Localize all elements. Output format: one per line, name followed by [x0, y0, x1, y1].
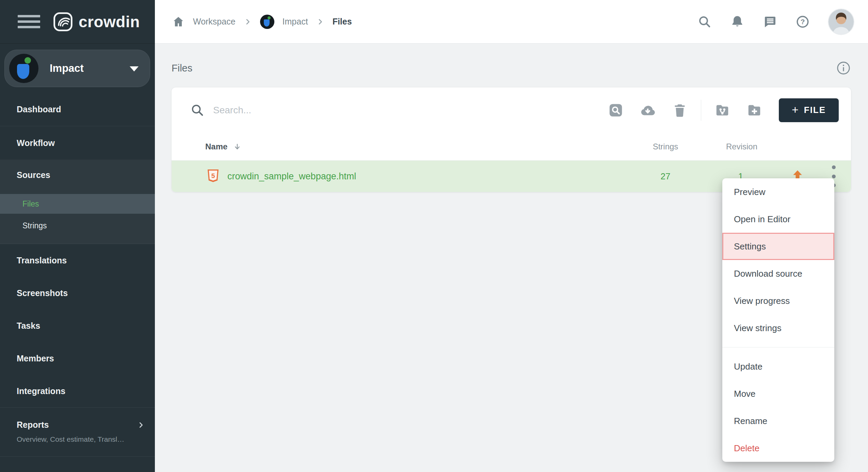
- menu-item-settings[interactable]: Settings: [722, 233, 834, 260]
- chevron-down-icon: [130, 66, 139, 71]
- folder-add-icon[interactable]: [745, 101, 764, 120]
- reports-subtitle: Overview, Cost estimate, Transl…: [17, 435, 145, 443]
- file-preview-search-icon[interactable]: [606, 101, 625, 120]
- folder-branch-icon[interactable]: [713, 101, 732, 120]
- plus-icon: +: [792, 103, 799, 116]
- add-file-button[interactable]: + FILE: [779, 98, 839, 122]
- sidebar-item-reports[interactable]: Reports Overview, Cost estimate, Transl…: [0, 407, 155, 457]
- crowdin-logo[interactable]: crowdin: [53, 12, 140, 32]
- files-toolbar: + FILE: [172, 87, 851, 133]
- menu-item-delete[interactable]: Delete: [722, 435, 834, 462]
- sidebar-nav: Dashboard Workflow Sources Files Strings…: [0, 93, 155, 457]
- column-header-name[interactable]: Name: [205, 142, 242, 151]
- topbar: Workspace Impact Files ?: [155, 0, 868, 44]
- menu-item-move[interactable]: Move: [722, 380, 834, 407]
- menu-item-rename[interactable]: Rename: [722, 407, 834, 435]
- project-switcher[interactable]: Impact: [4, 50, 150, 87]
- page-title: Files: [172, 63, 192, 74]
- sidebar-item-dashboard[interactable]: Dashboard: [0, 93, 155, 126]
- file-name-link[interactable]: crowdin_sample_webpage.html: [227, 171, 356, 182]
- info-icon[interactable]: [837, 61, 850, 75]
- html5-file-icon: 5: [207, 169, 219, 183]
- sidebar-item-files[interactable]: Files: [0, 194, 155, 214]
- project-name: Impact: [50, 62, 84, 75]
- sidebar-item-members[interactable]: Members: [0, 342, 155, 375]
- files-card: + FILE Name Strings Revision 5 crowdin_s…: [172, 87, 851, 192]
- hamburger-menu-icon[interactable]: [18, 15, 40, 28]
- chevron-right-icon: [137, 421, 145, 429]
- project-logo-icon: [9, 54, 38, 83]
- svg-text:?: ?: [801, 18, 805, 26]
- trash-icon[interactable]: [670, 101, 689, 120]
- chevron-right-icon: [316, 18, 324, 26]
- menu-item-view-progress[interactable]: View progress: [722, 287, 834, 314]
- sidebar-item-screenshots[interactable]: Screenshots: [0, 277, 155, 309]
- crowdin-logo-icon: [53, 12, 73, 32]
- chevron-right-icon: [244, 18, 252, 26]
- strings-count[interactable]: 27: [661, 171, 671, 182]
- sidebar-item-strings[interactable]: Strings: [0, 216, 155, 235]
- menu-item-preview[interactable]: Preview: [722, 178, 834, 206]
- column-header-strings: Strings: [653, 142, 678, 151]
- breadcrumb: Workspace Impact Files: [172, 15, 352, 29]
- column-header-revision: Revision: [726, 142, 757, 151]
- help-icon[interactable]: ?: [795, 14, 810, 29]
- sidebar-item-translations[interactable]: Translations: [0, 244, 155, 277]
- sidebar-item-sources[interactable]: Sources: [0, 160, 155, 190]
- menu-item-update[interactable]: Update: [722, 353, 834, 380]
- svg-text:5: 5: [211, 172, 215, 179]
- breadcrumb-project[interactable]: Impact: [283, 17, 308, 27]
- sidebar-section-sources: Sources Files Strings: [0, 160, 155, 244]
- messages-icon[interactable]: [762, 14, 777, 29]
- topbar-actions: ?: [697, 9, 854, 35]
- sidebar: crowdin Impact Dashboard Workflow Source…: [0, 0, 155, 472]
- home-icon[interactable]: [172, 15, 185, 28]
- sidebar-item-workflow[interactable]: Workflow: [0, 126, 155, 160]
- menu-item-view-strings[interactable]: View strings: [722, 314, 834, 342]
- menu-divider: [722, 342, 834, 353]
- sort-desc-icon: [233, 142, 242, 151]
- toolbar-divider: [701, 100, 701, 121]
- menu-item-download-source[interactable]: Download source: [722, 260, 834, 287]
- notifications-bell-icon[interactable]: [730, 14, 745, 29]
- crowdin-wordmark: crowdin: [79, 13, 140, 31]
- search-input[interactable]: [213, 105, 606, 116]
- search-icon: [191, 103, 204, 117]
- user-avatar[interactable]: [828, 9, 854, 35]
- sidebar-group: Translations Screenshots Tasks Members I…: [0, 244, 155, 407]
- breadcrumb-workspace[interactable]: Workspace: [193, 17, 236, 27]
- sidebar-item-tasks[interactable]: Tasks: [0, 309, 155, 342]
- search-icon[interactable]: [697, 14, 712, 29]
- sidebar-header: crowdin: [0, 0, 155, 44]
- breadcrumb-current: Files: [333, 17, 352, 27]
- menu-item-open-in-editor[interactable]: Open in Editor: [722, 206, 834, 233]
- file-context-menu: Preview Open in Editor Settings Download…: [722, 178, 834, 462]
- breadcrumb-project-icon: [260, 15, 274, 29]
- sidebar-item-integrations[interactable]: Integrations: [0, 375, 155, 407]
- cloud-download-icon[interactable]: [638, 101, 657, 120]
- table-header: Name Strings Revision: [172, 133, 851, 161]
